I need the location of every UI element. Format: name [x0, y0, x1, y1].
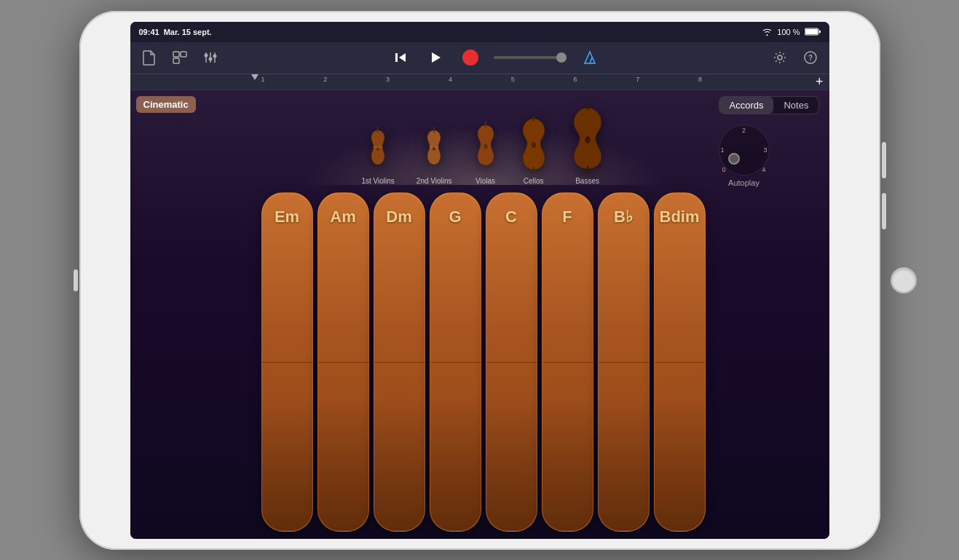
svg-point-23 [532, 142, 536, 148]
status-date: Mar. 15 sept. [164, 28, 212, 36]
cellos-image [519, 123, 548, 174]
side-button[interactable] [74, 269, 78, 291]
instrument-label-cellos: Cellos [524, 177, 544, 185]
chord-dm-label: Dm [386, 208, 411, 226]
chord-dm-divider [374, 362, 425, 363]
chord-c[interactable]: C [486, 192, 537, 532]
instrument-label-2nd-violins: 2nd Violins [417, 177, 452, 185]
ruler-mark-3: 3 [386, 76, 390, 83]
settings-button[interactable] [768, 46, 792, 69]
chord-am[interactable]: Am [317, 192, 369, 532]
svg-point-9 [204, 54, 208, 58]
wifi-icon [762, 28, 773, 36]
instruments-area: 1st Violins 2nd Violins [254, 90, 713, 539]
tab-chords[interactable]: Accords [719, 97, 774, 114]
knob-dot [728, 153, 740, 165]
track-name-badge[interactable]: Cinematic [136, 96, 196, 113]
chord-bb[interactable]: B♭ [598, 192, 650, 532]
status-left: 09:41 Mar. 15 sept. [139, 28, 212, 36]
knob-marks: 2 3 4 0 1 [719, 125, 769, 175]
ruler-mark-1: 1 [261, 76, 265, 83]
help-icon: ? [804, 51, 817, 64]
play-icon [429, 51, 442, 64]
chord-g[interactable]: G [430, 192, 481, 532]
svg-point-10 [208, 58, 212, 61]
svg-point-25 [585, 136, 590, 143]
violin-small-svg [368, 127, 388, 174]
knob-mark-2: 2 [742, 127, 746, 134]
metronome-button[interactable] [578, 46, 601, 69]
chord-bb-label: B♭ [614, 208, 633, 226]
instrument-2nd-violins[interactable]: 2nd Violins [417, 123, 452, 185]
volume-down-button[interactable] [882, 193, 886, 229]
chord-am-label: Am [330, 208, 355, 226]
violas-image [474, 123, 497, 174]
chord-f[interactable]: F [542, 192, 593, 532]
knob-mark-0: 0 [722, 166, 726, 173]
instrument-1st-violins[interactable]: 1st Violins [361, 123, 394, 185]
knob-mark-4: 4 [762, 166, 765, 173]
autoplay-label: Autoplay [728, 178, 759, 187]
chord-bdim-label: Bdim [660, 208, 700, 226]
svg-point-22 [484, 143, 487, 149]
toolbar: ? [130, 42, 829, 74]
svg-rect-3 [173, 52, 179, 57]
timeline-ruler: 1 2 3 4 5 6 7 8 + [130, 74, 829, 90]
bass-svg [570, 105, 605, 174]
ruler-mark-6: 6 [574, 76, 577, 83]
ruler-mark-8: 8 [698, 76, 702, 83]
ruler-mark-4: 4 [449, 76, 452, 83]
cello-svg [519, 116, 548, 174]
ruler-marks: 1 2 3 4 5 6 7 8 + [261, 74, 829, 90]
home-button[interactable] [891, 267, 917, 293]
toolbar-right: ? [768, 46, 822, 69]
track-label-area: Cinematic [130, 90, 254, 539]
svg-line-16 [590, 58, 592, 63]
status-right: 100 % [762, 28, 820, 36]
status-bar: 09:41 Mar. 15 sept. 100 % [130, 22, 829, 42]
chord-g-divider [430, 362, 481, 363]
basses-image [570, 123, 605, 174]
chord-am-divider [318, 362, 368, 363]
autoplay-knob-container[interactable]: 2 3 4 0 1 [719, 125, 770, 176]
screen: 09:41 Mar. 15 sept. 100 % [130, 22, 829, 539]
chord-em[interactable]: Em [261, 192, 313, 532]
svg-marker-15 [585, 52, 595, 63]
main-content: Cinematic [130, 90, 829, 539]
help-button[interactable]: ? [799, 46, 822, 69]
file-button[interactable] [138, 46, 161, 69]
mixer-button[interactable] [199, 46, 222, 69]
skip-back-button[interactable] [389, 46, 412, 69]
instrument-violas[interactable]: Violas [474, 123, 497, 185]
svg-rect-4 [181, 52, 186, 57]
ruler-mark-5: 5 [511, 76, 515, 83]
chord-c-label: C [505, 208, 517, 226]
chord-f-divider [542, 362, 593, 363]
volume-up-button[interactable] [882, 142, 886, 178]
chord-c-divider [486, 362, 537, 363]
chord-dm[interactable]: Dm [374, 192, 425, 532]
instrument-cellos[interactable]: Cellos [519, 123, 548, 185]
window-button[interactable] [168, 46, 192, 69]
transport-slider[interactable] [494, 56, 567, 59]
chord-bdim[interactable]: Bdim [654, 192, 706, 532]
record-button[interactable] [459, 46, 482, 69]
settings-icon [773, 51, 786, 64]
svg-rect-13 [395, 53, 398, 62]
svg-point-11 [213, 55, 216, 58]
svg-point-17 [778, 55, 782, 60]
instrument-basses[interactable]: Basses [570, 123, 605, 185]
chord-f-label: F [562, 208, 572, 226]
1st-violins-image [368, 123, 388, 174]
toolbar-left [138, 46, 222, 69]
tab-switcher: Accords Notes [719, 96, 820, 114]
add-track-button[interactable]: + [816, 75, 824, 88]
record-indicator [462, 50, 478, 66]
play-button[interactable] [424, 46, 447, 69]
ruler-mark-7: 7 [636, 76, 639, 83]
tab-notes[interactable]: Notes [773, 97, 818, 114]
ipad-frame: 09:41 Mar. 15 sept. 100 % [79, 11, 880, 550]
svg-rect-2 [819, 31, 821, 33]
chords-area: Em Am Dm G C [254, 185, 713, 539]
svg-marker-12 [399, 53, 406, 62]
